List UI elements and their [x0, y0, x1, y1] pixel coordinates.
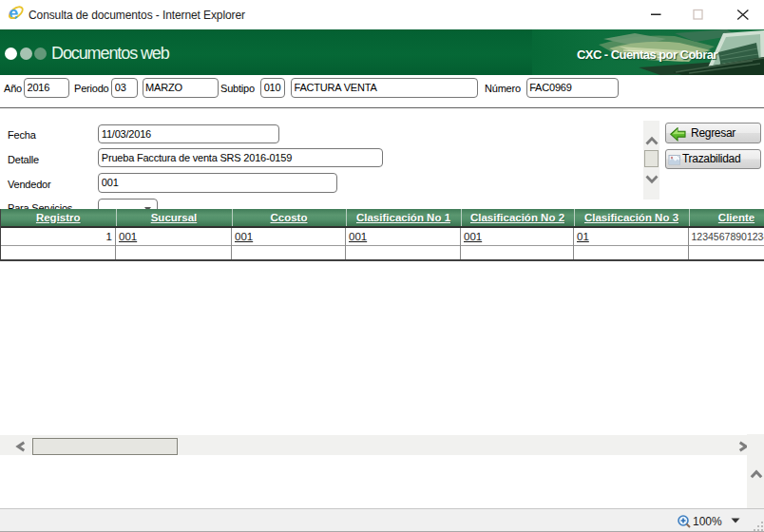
svg-text:e: e	[9, 4, 18, 22]
